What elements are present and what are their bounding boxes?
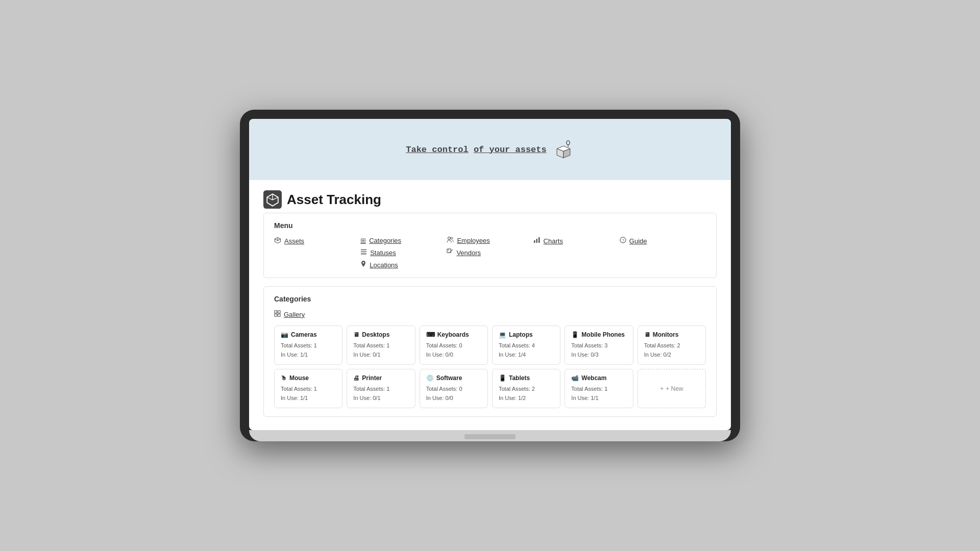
app-logo-icon: [263, 190, 282, 209]
new-label: + New: [666, 385, 683, 392]
svg-rect-30: [275, 314, 277, 316]
webcam-total: Total Assets: 1: [571, 385, 626, 394]
hero-text: Take control of your assets: [406, 145, 546, 155]
webcam-in-use: In Use: 1/1: [571, 394, 626, 403]
tablet-icon: 📱: [499, 374, 506, 382]
mouse-icon: 🖱: [281, 374, 287, 382]
menu-statuses-label: Statuses: [370, 249, 396, 257]
svg-point-18: [448, 237, 451, 240]
svg-line-12: [278, 239, 281, 241]
box-pin-icon: [553, 139, 574, 160]
menu-assets-label: Assets: [284, 237, 304, 245]
printer-title: 🖨 Printer: [353, 374, 408, 382]
svg-text:?: ?: [622, 238, 624, 243]
webcam-icon: 📹: [571, 374, 579, 382]
plus-icon: +: [660, 385, 664, 392]
category-card-webcam[interactable]: 📹 Webcam Total Assets: 1 In Use: 1/1: [565, 369, 633, 408]
cameras-total: Total Assets: 1: [281, 341, 336, 350]
menu-categories-label: Categories: [369, 237, 401, 244]
svg-rect-14: [361, 249, 366, 251]
software-total: Total Assets: 0: [426, 385, 481, 394]
mouse-total: Total Assets: 1: [281, 385, 336, 394]
category-card-tablets[interactable]: 📱 Tablets Total Assets: 2 In Use: 1/2: [492, 369, 560, 408]
menu-section-title: Menu: [274, 221, 706, 230]
menu-col-1: Assets: [274, 237, 360, 269]
category-card-software[interactable]: 💿 Software Total Assets: 0 In Use: 0/0: [420, 369, 488, 408]
laptop-base: [249, 430, 731, 441]
category-card-mouse[interactable]: 🖱 Mouse Total Assets: 1 In Use: 1/1: [274, 369, 342, 408]
add-category-button[interactable]: + + New: [638, 369, 706, 408]
screen: Take control of your assets: [249, 119, 731, 430]
hero-icon-container: [553, 139, 574, 160]
app-title: Asset Tracking: [287, 192, 381, 208]
svg-point-21: [448, 249, 449, 251]
category-card-keyboards[interactable]: ⌨ Keyboards Total Assets: 0 In Use: 0/0: [420, 325, 488, 365]
svg-rect-23: [534, 240, 535, 243]
svg-rect-28: [275, 311, 277, 313]
svg-rect-29: [278, 311, 280, 313]
laptops-title: 💻 Laptops: [499, 331, 554, 338]
mobile-phones-in-use: In Use: 0/3: [571, 350, 626, 360]
menu-item-charts[interactable]: Charts: [533, 237, 620, 245]
laptop-frame: Take control of your assets: [240, 110, 740, 441]
category-card-printer[interactable]: 🖨 Printer Total Assets: 1 In Use: 0/1: [347, 369, 415, 408]
mobile-phones-title: 📱 Mobile Phones: [571, 331, 626, 338]
svg-rect-25: [538, 237, 540, 243]
phone-icon: 📱: [571, 331, 579, 338]
category-card-monitors[interactable]: 🖥 Monitors Total Assets: 2 In Use: 0/2: [638, 325, 706, 365]
gallery-row: Gallery: [274, 310, 706, 318]
menu-locations-label: Locations: [370, 261, 398, 269]
webcam-title: 📹 Webcam: [571, 374, 626, 382]
svg-point-17: [363, 262, 364, 264]
tag-icon: [447, 248, 453, 257]
svg-rect-24: [536, 239, 537, 243]
printer-in-use: In Use: 0/1: [353, 394, 408, 403]
category-card-laptops[interactable]: 💻 Laptops Total Assets: 4 In Use: 1/4: [492, 325, 560, 365]
category-card-cameras[interactable]: 📷 Cameras Total Assets: 1 In Use: 1/1: [274, 325, 342, 365]
svg-rect-16: [361, 254, 366, 255]
menu-col-5: ? Guide: [620, 237, 706, 269]
menu-item-statuses[interactable]: Statuses: [360, 248, 447, 257]
desktops-total: Total Assets: 1: [353, 341, 408, 350]
trackpad: [464, 434, 516, 439]
chart-icon: [533, 237, 541, 245]
monitors-title: 🖥 Monitors: [644, 331, 699, 338]
help-icon: ?: [620, 237, 626, 245]
software-in-use: In Use: 0/0: [426, 394, 481, 403]
menu-item-vendors[interactable]: Vendors: [447, 248, 533, 257]
monitors-total: Total Assets: 2: [644, 341, 699, 350]
laptops-total: Total Assets: 4: [499, 341, 554, 350]
mobile-phones-total: Total Assets: 3: [571, 341, 626, 350]
menu-col-4: Charts: [533, 237, 620, 269]
menu-item-assets[interactable]: Assets: [274, 237, 360, 245]
svg-point-0: [567, 141, 570, 145]
cameras-title: 📷 Cameras: [281, 331, 336, 338]
keyboards-in-use: In Use: 0/0: [426, 350, 481, 360]
people-icon: [447, 237, 454, 244]
monitor-icon: 🖥: [644, 331, 650, 338]
menu-item-locations[interactable]: Locations: [360, 261, 447, 269]
menu-col-3: Employees Vendors: [447, 237, 533, 269]
keyboards-total: Total Assets: 0: [426, 341, 481, 350]
menu-item-categories[interactable]: ⊞ Categories: [360, 237, 447, 244]
tablets-title: 📱 Tablets: [499, 374, 554, 382]
hero-underline: Take control: [406, 145, 468, 155]
keyboard-icon: ⌨: [426, 331, 435, 338]
category-grid: 📷 Cameras Total Assets: 1 In Use: 1/1 🖥 …: [274, 325, 706, 408]
menu-guide-label: Guide: [629, 237, 647, 245]
pin-icon: [360, 261, 366, 269]
monitors-in-use: In Use: 0/2: [644, 350, 699, 360]
camera-icon: 📷: [281, 331, 288, 338]
gallery-grid-icon: [274, 310, 281, 318]
menu-item-guide[interactable]: ? Guide: [620, 237, 706, 245]
menu-item-employees[interactable]: Employees: [447, 237, 533, 244]
main-content: Asset Tracking Menu: [249, 180, 731, 430]
menu-vendors-label: Vendors: [456, 249, 481, 257]
svg-rect-15: [361, 252, 366, 253]
menu-charts-label: Charts: [544, 237, 563, 245]
category-card-mobile-phones[interactable]: 📱 Mobile Phones Total Assets: 3 In Use: …: [565, 325, 633, 365]
software-icon: 💿: [426, 374, 434, 382]
category-card-desktops[interactable]: 🖥 Desktops Total Assets: 1 In Use: 0/1: [347, 325, 415, 365]
app-header-row: Asset Tracking: [263, 190, 717, 209]
gallery-link[interactable]: Gallery: [284, 311, 305, 318]
